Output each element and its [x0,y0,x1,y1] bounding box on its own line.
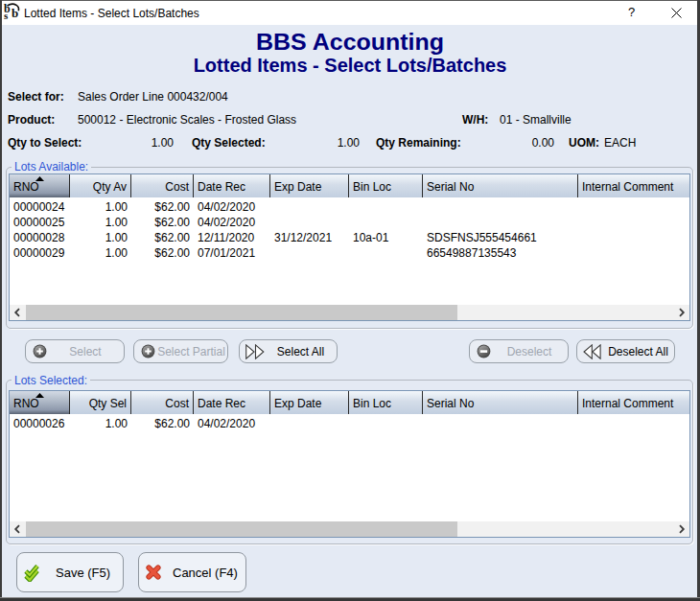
svg-text:s: s [4,10,9,21]
svg-text:b: b [12,6,18,20]
